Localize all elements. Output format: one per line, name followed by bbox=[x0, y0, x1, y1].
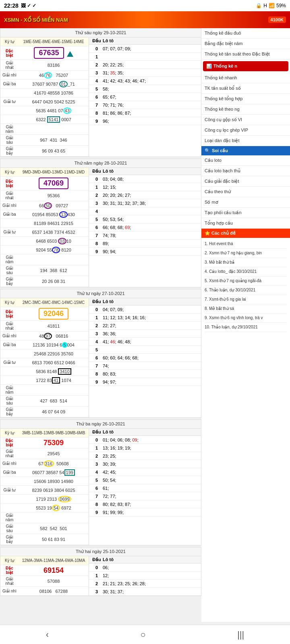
giainam-row-3: Giải năm bbox=[0, 385, 89, 396]
loto-row-4-8: 880; 82; 83; 87; bbox=[89, 500, 201, 508]
chude-5[interactable]: 5. Xsmt-thứ 7 ng quảng ngãi-đà bbox=[205, 277, 287, 286]
sidebar-item-thongkenhanh[interactable]: Thống kê nhanh bbox=[201, 73, 290, 83]
sidebar-item-caugiaidad[interactable]: Cầu giải đặc biệt bbox=[201, 176, 290, 187]
loto-row-2-4: 4 bbox=[89, 207, 201, 215]
loto-row-3-6: 660; 60; 64; 66; 68; bbox=[89, 354, 201, 362]
left-content: Thứ sáu ngày 29-10-2021 Ký tự 1ME-5ME-8M… bbox=[0, 28, 201, 622]
dacbiet-val-5: 69154 bbox=[44, 566, 64, 574]
giaitu-row-2b: 6468 6503 0310 bbox=[0, 237, 89, 246]
sidebar-item-gopso[interactable]: Công cụ gộp số VI bbox=[201, 115, 290, 125]
dacbiet-val-1: 67635 bbox=[34, 47, 64, 59]
chude-8[interactable]: 8. Mở bắt thứ sá bbox=[205, 304, 287, 314]
giainhi-row-4: Giải nhì 67316 50608 bbox=[0, 459, 89, 468]
loto-row-2-9: 990; 94; bbox=[89, 248, 201, 256]
sidebar-item-somo[interactable]: Số mơ bbox=[201, 197, 290, 208]
giaibay-row-4: Giải bảy 50 61 83 91 bbox=[0, 534, 89, 545]
chude-7[interactable]: 7. Xsmt-thứ 6 ng gia lai bbox=[205, 295, 287, 304]
circle-11: 54 bbox=[52, 505, 60, 511]
battery-level: 59% bbox=[276, 3, 286, 8]
chude-9[interactable]: 9. Xsmn thứ 6 ng vĩnh long, trà v bbox=[205, 314, 287, 323]
giainhat-val-5: 57088 bbox=[19, 578, 89, 584]
section-1-body: Ký tự 1ME-5ME-8ME-6ME-15ME-14ME Đặc biệt… bbox=[0, 37, 201, 157]
sidebar-soicau-header: 🔍 Soi cầu bbox=[201, 146, 290, 155]
time-display: 22:28 bbox=[4, 2, 19, 9]
chude-2[interactable]: 2. Xsmn thứ 7 ng hậu giang, bin bbox=[205, 249, 287, 258]
section-2: Thứ năm ngày 28-10-2021 Ký tự 9MD-3MD-6M… bbox=[0, 159, 201, 287]
header-badge: 4100K bbox=[268, 17, 286, 23]
giaibay-row-2: Giải bảy 20 26 08 31 bbox=[0, 276, 89, 287]
sidebar-item-tansuatboso[interactable]: TK tần suất bổ số bbox=[201, 83, 290, 94]
giainam-row-1: Giải năm bbox=[0, 124, 89, 135]
giaisau-row-3: Giải sáu 427 683 514 bbox=[0, 396, 89, 407]
chude-list: 1. Hot event thá 2. Xsmn thứ 7 ng hậu gi… bbox=[201, 238, 290, 334]
sidebar-item-bang-dacbiet[interactable]: Bảng đặc biệt năm bbox=[201, 39, 290, 49]
kytu-val-2: 9MD-3MD-6MD-13MD-11MD-1MD bbox=[19, 169, 89, 175]
sidebar-item-tansuatdacbiet[interactable]: Thống kê tần suất theo Đặc Biệt bbox=[201, 49, 290, 60]
loto-row-5-0: 006; bbox=[89, 564, 201, 572]
sidebar-item-loaidan[interactable]: Loại dàn đặc biệt bbox=[201, 136, 290, 146]
box-2: 3410 bbox=[58, 368, 71, 375]
loto-row-5-1: 112; bbox=[89, 572, 201, 580]
chude-1[interactable]: 1. Hot event thá bbox=[205, 239, 287, 249]
kytu-val-1: 1ME-5ME-8ME-6ME-15ME-14ME bbox=[19, 39, 89, 45]
sidebar-item-taophoi[interactable]: Tạo phối cầu tuần bbox=[201, 208, 290, 218]
sidebar-item-tonghop[interactable]: Thống kê tổng hợp bbox=[201, 94, 290, 104]
sidebar-item-tonghop[interactable]: Tổng hợp cầu bbox=[201, 218, 290, 229]
loto-row-2-1: 112; 15; bbox=[89, 183, 201, 191]
status-icons: 🖼 ✓ ✓ bbox=[21, 3, 37, 8]
search-icon: 🔍 bbox=[205, 148, 210, 153]
giainam-row-4: Giải năm bbox=[0, 512, 89, 523]
circle-9: 316 bbox=[44, 460, 54, 467]
giaiba-row-2a: Giải ba 01954 85053 13430 bbox=[0, 210, 89, 219]
giaitu-row-1b: 5635 4481 0743 bbox=[0, 106, 89, 115]
chude-3[interactable]: 3. Mở bắt thứ bả bbox=[205, 258, 287, 267]
circle-8: 97 bbox=[44, 333, 52, 339]
app-header: XSMN - XỔ SỐ MIỀN NAM 4100K bbox=[0, 11, 290, 28]
giainhat-val-2: 95366 bbox=[19, 192, 89, 199]
sidebar-item-cauloto[interactable]: Cầu loto bbox=[201, 155, 290, 166]
circle-7: 78 bbox=[52, 247, 60, 253]
box-3: 41 bbox=[52, 377, 60, 384]
circle-1: 76 bbox=[44, 72, 52, 78]
box-1: 5141 bbox=[47, 116, 60, 123]
giaitu-row-3b: 5836 8148 3410 bbox=[0, 367, 89, 376]
loto-row-2-8: 889; bbox=[89, 239, 201, 248]
loto-row-2-7: 774; 78; bbox=[89, 231, 201, 239]
giainhi-row-2: Giải nhì 6650 09727 bbox=[0, 201, 89, 210]
chude-4[interactable]: 4. Cầu lotto_ đặc 30/10/2021 bbox=[205, 267, 287, 277]
giaiba-row-1b: 41670 48558 10786 bbox=[0, 89, 89, 97]
sidebar-item-caugiathu[interactable]: Cầu theo thứ bbox=[201, 187, 290, 197]
loto-row-3-8: 880; 83; bbox=[89, 370, 201, 378]
lock-icon: 🔒 bbox=[256, 3, 262, 8]
dacbiet-row-3: Đặc biệt 92046 bbox=[0, 307, 89, 321]
dacbiet-val-2: 47069 bbox=[39, 178, 68, 189]
giaisau-row-4: Giải sáu 582 542 501 bbox=[0, 523, 89, 534]
giaiba-row-4b: 15606 18930 14980 bbox=[0, 477, 89, 486]
loto-row-1-7: 770; 71; 76; bbox=[89, 101, 201, 109]
sidebar-btn-thongke[interactable]: 📊 Thống kê n bbox=[203, 61, 288, 71]
sidebar-item-theong[interactable]: Thống kê theo ng bbox=[201, 104, 290, 115]
giaiba-row-3a: Giải ba 12136 10194 65004 bbox=[0, 341, 89, 349]
section-4: Thứ ba ngày 26-10-2021 Ký tự 3MB-11MB-13… bbox=[0, 419, 201, 545]
right-sidebar: Thống kê đầu đuô Bảng đặc biệt năm Thống… bbox=[201, 28, 290, 622]
section-1: Thứ sáu ngày 29-10-2021 Ký tự 1ME-5ME-8M… bbox=[0, 28, 201, 157]
signal-icon: H bbox=[263, 3, 267, 8]
section-1-date: Thứ sáu ngày 29-10-2021 bbox=[0, 29, 201, 37]
giainhat-val-4: 29545 bbox=[19, 450, 89, 457]
giaisau-row-1: Giải sáu 967 431 346 bbox=[0, 135, 89, 146]
giaiba-row-4a: Giải ba 06077 38587 54199 bbox=[0, 468, 89, 477]
sidebar-item-caulotobach[interactable]: Cầu loto bạch thủ bbox=[201, 166, 290, 176]
sidebar-item-locghep[interactable]: Công cụ lọc ghép VIP bbox=[201, 125, 290, 136]
main-container: Thứ sáu ngày 29-10-2021 Ký tự 1ME-5ME-8M… bbox=[0, 28, 290, 622]
circle-5: 13 bbox=[59, 211, 67, 218]
section-3-left: Ký tự 2MC-3MC-6MC-8MC-14MC-15MC Đặc biệt… bbox=[0, 298, 89, 417]
chude-6[interactable]: 6. Thảo luận, dự 30/10/2021 bbox=[205, 286, 287, 295]
kytu-row-5: Ký tự 12MA-3MA-11MA-2MA-6MA-10MA bbox=[0, 556, 89, 565]
chude-10[interactable]: 10. Thảo luận, dự 29/10/2021 bbox=[205, 323, 287, 332]
loto-row-4-9: 991; 99; 99; bbox=[89, 508, 201, 516]
sidebar-item-thongke-dau[interactable]: Thống kê đầu đuô bbox=[201, 28, 290, 39]
loto-row-1-5: 558; bbox=[89, 85, 201, 93]
giaiba-row-1a: Giải ba 37607 90787 01_71 bbox=[0, 80, 89, 89]
sidebar-chude-header: ⭐ Các chủ đề bbox=[201, 229, 290, 238]
loto-row-2-0: 003; 04; 08; bbox=[89, 175, 201, 183]
